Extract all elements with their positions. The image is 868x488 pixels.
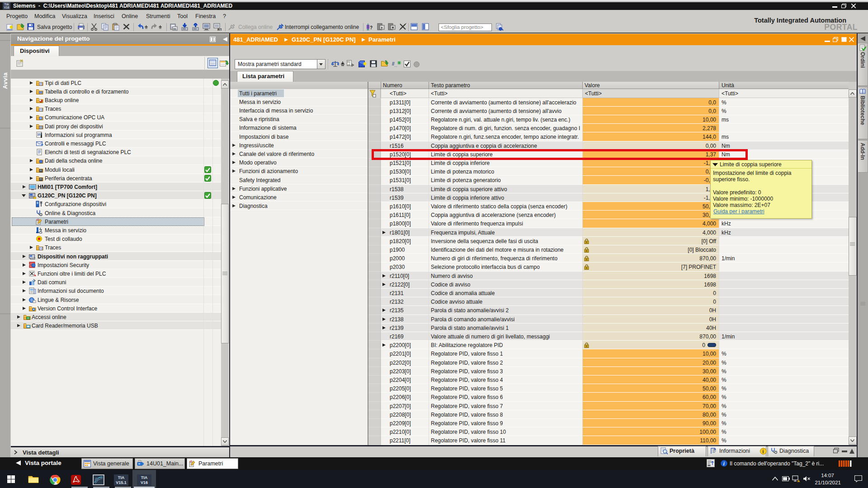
svg-text:?: ? — [370, 25, 373, 30]
svg-text:p3: p3 — [348, 63, 350, 66]
svg-text:RT: RT — [217, 28, 222, 31]
svg-text:01: 01 — [174, 28, 177, 30]
svg-text:...: ... — [394, 64, 397, 68]
svg-text:10: 10 — [37, 133, 41, 136]
svg-text:r2: r2 — [189, 460, 192, 463]
svg-text:i: i — [763, 449, 764, 454]
